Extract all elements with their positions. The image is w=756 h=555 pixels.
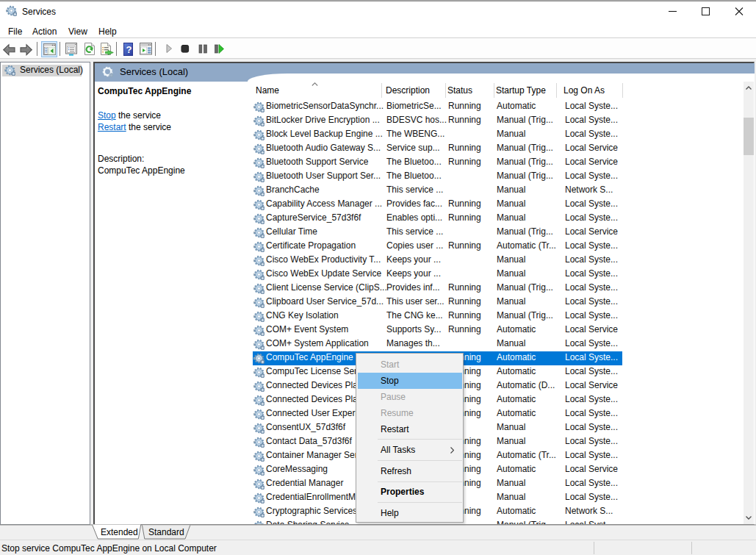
svg-text:Standard: Standard xyxy=(148,527,184,537)
svg-text:Extended: Extended xyxy=(101,527,138,537)
